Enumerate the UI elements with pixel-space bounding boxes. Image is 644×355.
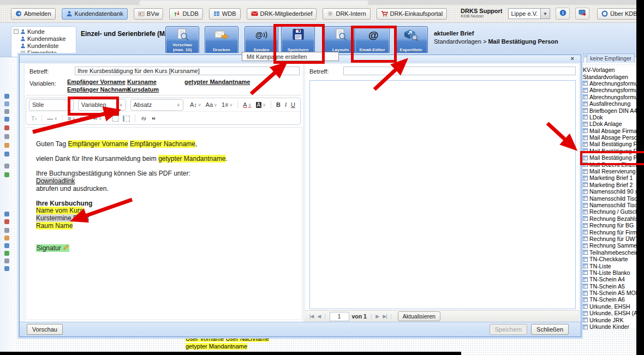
download-link-chip[interactable]: Downloadlink [36,177,75,185]
template-item-abrechnungsformular[interactable]: Abrechnungsformular [583,80,644,87]
dock-mini-icon[interactable] [4,172,9,177]
tree-expander-icon[interactable]: − [14,29,19,34]
template-item-mail-bestätigung-person[interactable]: Mail Bestätigung Person [583,154,644,161]
template-item-tn-liste-blanko[interactable]: TN-Liste Blanko [583,269,644,276]
vorschau-button[interactable]: Vorschau (max. 10) [165,26,199,54]
template-item-rechnung-gutschrift[interactable]: Rechnung / Gutschrift [583,208,644,215]
template-item-kv-vorlagen[interactable]: KV-Vorlagen [583,67,644,73]
template-item-ausfallrechnung[interactable]: Ausfallrechnung [583,100,644,107]
sidebar-item-kunde[interactable]: −Kunde [14,28,74,35]
template-item-abrechnungsformular[interactable]: Abrechnungsformular [583,94,644,100]
topbar-button-bvw[interactable]: BVw [134,8,164,20]
template-item-tn-schein-a6[interactable]: TN-Schein A6 [583,296,644,303]
exportliste-button[interactable]: Exportliste [394,26,428,54]
topbar-button-drk-mitgliederbrief[interactable]: DRK-Mitgliederbrief [247,8,317,20]
dock-mini-icon[interactable] [4,212,9,216]
align-icon[interactable]: ≡∨ [68,115,75,122]
underline-icon[interactable]: U [291,101,295,108]
template-item-tn-checkkarte[interactable]: TN-Checkkarte [583,256,644,262]
speichern-button[interactable]: Speichern [490,324,528,335]
dock-mini-icon[interactable] [4,236,9,240]
numbered-list-icon[interactable]: 1≡∨ [80,116,89,121]
dock-mini-icon[interactable] [4,152,9,157]
variable-link-empfänger-vorname[interactable]: Empfänger Vorname [67,79,127,85]
template-item-standardvorlagen[interactable]: Standardvorlagen [583,73,644,80]
variable-link-kursdatum[interactable]: Kursdatum [127,86,184,93]
dock-mini-icon[interactable] [4,219,9,224]
bullet-list-icon[interactable]: •≡∨ [93,116,102,121]
highlight-color-icon[interactable]: A∨ [256,102,266,108]
dock-mini-icon[interactable] [4,143,9,148]
variable-link-kursname[interactable]: Kursname [127,79,184,85]
preview-area[interactable] [309,80,576,309]
betreff-preview-input[interactable] [343,67,576,75]
variables-dropdown[interactable]: Variablen∨ [78,99,126,111]
template-item-teilnahmebescheinigung[interactable]: Teilnahmebescheinigung [583,249,644,256]
template-item-namensschild-tisch-2[interactable]: Namensschild Tisch 2 [583,202,644,208]
schliessen-button[interactable]: Schließen [531,324,569,335]
first-page-icon[interactable]: |◀ [309,314,313,319]
template-item-mail-dozent-einzeltermin[interactable]: Mail Dozent Einzeltermin [583,161,644,167]
info-button[interactable] [556,8,570,20]
template-item-rechnung-für-bg[interactable]: Rechnung für BG [583,222,644,228]
template-item-tn-liste[interactable]: TN-Liste [583,262,644,269]
template-item-mail-bestätigung-firma[interactable]: Mail Bestätigung Firma [583,148,644,154]
sidebar-item-kundenmaske[interactable]: Kundenmaske [14,35,74,42]
template-item-mail-bestätigung-firma[interactable]: Mail Bestätigung Firma [583,141,644,147]
topbar-button-drk-einkaufsportal[interactable]: DRK-Einkaufsportal [377,8,448,20]
template-item-urkunde-jrk[interactable]: Urkunde JRK [583,316,644,323]
topbar-button-dldb[interactable]: DLDB [169,8,202,20]
refresh-button[interactable]: Aktualisieren [398,311,440,321]
bold-icon[interactable]: B [276,101,281,108]
template-item-tn-schein-a5-mona[interactable]: TN-Schein A5 MONA [583,290,644,296]
template-item-tn-schein-a4[interactable]: TN-Schein A4 [583,276,644,282]
close-icon[interactable]: × [571,55,574,62]
email-body-editor[interactable]: Guten Tag Empfänger Vorname Empfänger Na… [26,127,302,320]
template-item-tn-schein-a5[interactable]: TN-Schein A5 [583,283,644,290]
template-item-urkunde-kinder[interactable]: Urkunde Kinder [583,323,644,330]
line-height-icon[interactable]: 1≡∨ [222,101,232,108]
indent-icon[interactable] [123,116,130,122]
dock-mini-icon[interactable] [4,164,9,169]
chevron-down-icon[interactable]: ▼ [540,9,550,19]
link-icon[interactable] [140,116,147,122]
drucken-button[interactable]: Drucken [205,26,238,54]
template-item-rechnung-für-firmen[interactable]: Rechnung für Firmen [583,228,644,235]
template-item-ldok-anlage[interactable]: LDok Anlage [583,121,644,127]
dock-mini-icon[interactable] [4,258,9,263]
template-item-abrechnungsformular[interactable]: Abrechnungsformular [583,87,644,93]
next-page-icon[interactable]: ▶ [375,314,379,319]
tab-keine-empfaenger[interactable]: keine Empfänger [587,53,635,63]
italic-icon[interactable]: I [285,101,287,108]
template-item-mail-reservierung-firma[interactable]: Mail Reservierung Firma [583,168,644,175]
prev-page-icon[interactable]: ◀ [317,314,320,319]
text-case-icon[interactable]: Aa∨ [206,101,217,108]
topbar-button-kundendatenbank[interactable]: Kundendatenbank [62,8,128,20]
variable-link-empfänger-nachname[interactable]: Empfänger Nachname [67,86,127,93]
speichern-button[interactable]: Speichern [281,26,315,54]
template-item-rechnung-sammel-bg[interactable]: Rechnung Sammel BG [583,242,644,249]
layouts-button[interactable]: Layouts [324,26,357,54]
dock-mini-icon[interactable] [4,117,9,122]
template-item-briefbogen-din-a4-ad[interactable]: Briefbogen DIN A4 (Ad [583,107,644,113]
sidebar-item-kundenliste[interactable]: Kundenliste [14,42,74,49]
remote-support-button[interactable] [575,8,589,20]
horizontal-rule-icon[interactable]: —∨ [47,115,57,122]
organization-select[interactable]: Lippe e.V. ▼ [508,8,551,19]
outdent-icon[interactable] [112,116,118,122]
topbar-button-abmelden[interactable]: Abmelden [11,8,56,20]
topbar-button-wdb[interactable]: WDB [209,8,241,20]
blockquote-icon[interactable]: “ [152,118,156,122]
dock-mini-icon[interactable] [4,251,9,256]
dock-mini-icon[interactable] [4,109,9,114]
tooltip-mit-kampagne-erstellen[interactable]: Mit Kampagne erstellen [242,52,339,61]
styles-dropdown[interactable]: Stile∨ [29,99,74,111]
template-item-urkunde-ehsh-art-n[interactable]: Urkunde, EHSH (Art.n [583,310,644,316]
clear-format-icon[interactable]: Tx [31,115,37,122]
template-item-urkunde-ehsh[interactable]: Urkunde, EHSH [583,303,644,310]
template-item-rechnung-für-üwt[interactable]: Rechnung für ÜWT [583,236,644,242]
font-size-icon[interactable]: A↕∨ [190,101,201,108]
dock-mini-icon[interactable] [4,243,9,248]
senden-button[interactable]: @Senden [245,26,278,54]
template-item-rechnung-bezahlsystem[interactable]: Rechnung Bezahlsystem [583,215,644,222]
